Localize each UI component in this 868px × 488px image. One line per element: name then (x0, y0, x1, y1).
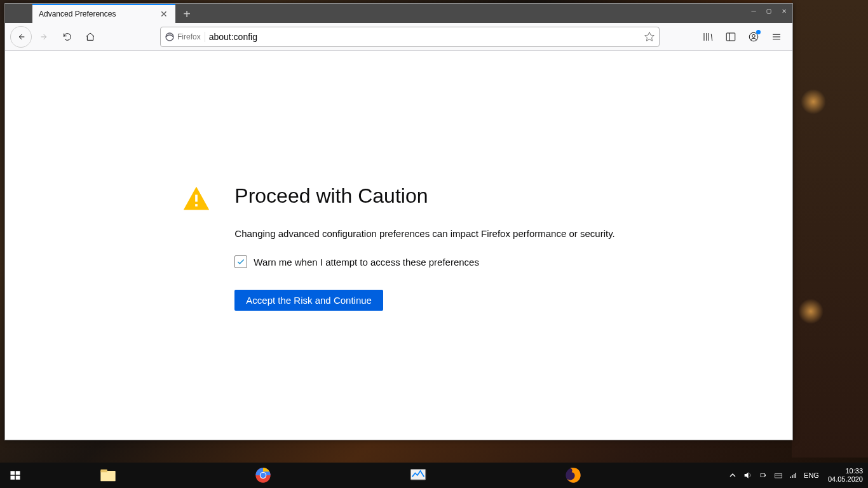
reload-icon (62, 32, 72, 42)
app-menu-button[interactable] (766, 26, 787, 48)
url-bar[interactable]: Firefox (160, 27, 660, 47)
svg-rect-18 (761, 473, 765, 477)
svg-rect-5 (195, 204, 198, 207)
firefox-identity-icon (165, 32, 175, 42)
taskbar-app-explorer[interactable] (31, 463, 186, 488)
warning-heading: Proceed with Caution (234, 184, 614, 208)
sidebar-button[interactable] (720, 26, 742, 48)
navigation-toolbar: Firefox (5, 23, 792, 51)
svg-point-15 (261, 473, 266, 478)
svg-rect-19 (765, 475, 766, 477)
hamburger-icon (771, 31, 782, 43)
windows-logo-icon (10, 470, 21, 481)
taskbar-app-firefox[interactable] (496, 463, 651, 488)
svg-rect-6 (11, 471, 15, 475)
svg-rect-4 (195, 195, 198, 202)
svg-rect-8 (11, 476, 15, 480)
language-indicator[interactable]: ENG (804, 471, 819, 479)
svg-rect-10 (100, 471, 115, 481)
accept-risk-button[interactable]: Accept the Risk and Continue (234, 290, 383, 311)
start-button[interactable] (0, 463, 31, 488)
taskbar-clock[interactable]: 10:33 04.05.2020 (824, 467, 863, 484)
new-tab-button[interactable]: + (178, 5, 196, 23)
file-explorer-icon (99, 466, 117, 484)
arrow-right-icon (39, 32, 50, 42)
svg-rect-7 (16, 471, 20, 475)
checkmark-icon (236, 257, 245, 266)
reload-button[interactable] (57, 27, 78, 47)
warn-checkbox[interactable] (234, 255, 247, 268)
warning-body: Proceed with Caution Changing advanced c… (234, 184, 614, 440)
chrome-icon (254, 466, 272, 484)
wifi-signal-icon[interactable] (789, 470, 799, 480)
taskbar-date: 04.05.2020 (828, 475, 863, 484)
volume-icon[interactable] (743, 470, 753, 480)
back-button[interactable] (10, 26, 32, 48)
network-icon[interactable] (773, 470, 783, 480)
warning-description: Changing advanced configuration preferen… (234, 227, 614, 240)
minimize-button[interactable]: — (749, 6, 758, 15)
identity-label: Firefox (177, 32, 201, 41)
close-tab-icon[interactable]: ✕ (159, 9, 169, 19)
warn-checkbox-label[interactable]: Warn me when I attempt to access these p… (254, 257, 479, 268)
identity-box[interactable]: Firefox (165, 32, 205, 42)
home-icon (85, 32, 95, 42)
system-monitor-icon (409, 466, 427, 484)
firefox-icon (564, 466, 582, 484)
desktop-background-detail (801, 89, 826, 114)
titlebar[interactable]: Advanced Preferences ✕ + — ▢ ✕ (5, 4, 792, 23)
firefox-window: Advanced Preferences ✕ + — ▢ ✕ (4, 3, 793, 440)
warn-checkbox-row: Warn me when I attempt to access these p… (234, 255, 614, 268)
power-icon[interactable] (758, 470, 768, 480)
svg-rect-1 (726, 33, 735, 41)
browser-tab[interactable]: Advanced Preferences ✕ (32, 4, 175, 23)
library-button[interactable] (697, 26, 719, 48)
close-window-button[interactable]: ✕ (780, 6, 789, 15)
taskbar-app-monitor[interactable] (341, 463, 496, 488)
svg-point-0 (166, 33, 173, 41)
svg-rect-20 (775, 473, 782, 478)
desktop-background-detail (798, 299, 824, 324)
taskbar-time: 10:33 (828, 467, 863, 475)
bookmark-star-icon[interactable] (644, 31, 655, 43)
window-controls: — ▢ ✕ (749, 6, 789, 15)
warning-icon (182, 184, 210, 440)
url-input[interactable] (209, 32, 640, 42)
about-config-warning: Proceed with Caution Changing advanced c… (182, 184, 614, 440)
sidebar-icon (725, 31, 736, 43)
tab-title: Advanced Preferences (39, 10, 159, 18)
home-button[interactable] (80, 27, 100, 47)
account-button[interactable] (743, 26, 764, 48)
svg-rect-11 (100, 470, 107, 473)
toolbar-right (697, 26, 787, 48)
svg-rect-9 (16, 476, 20, 480)
maximize-button[interactable]: ▢ (764, 6, 773, 15)
desktop-background-detail (792, 0, 868, 458)
notification-dot-icon (756, 30, 761, 34)
library-icon (702, 31, 714, 43)
taskbar-app-chrome[interactable] (186, 463, 341, 488)
svg-point-3 (752, 34, 756, 37)
forward-button[interactable] (34, 27, 55, 47)
system-tray: ENG 10:33 04.05.2020 (728, 467, 868, 484)
arrow-left-icon (16, 32, 26, 42)
windows-taskbar[interactable]: ENG 10:33 04.05.2020 (0, 463, 868, 488)
page-content: Proceed with Caution Changing advanced c… (5, 51, 792, 440)
tray-chevron-up-icon[interactable] (728, 470, 738, 480)
